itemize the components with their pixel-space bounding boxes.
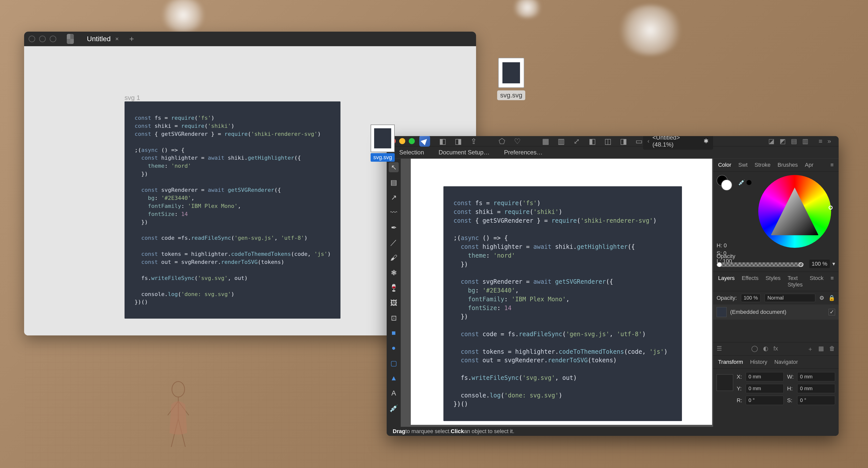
ellipse-tool-icon[interactable]: ● — [389, 343, 399, 353]
tab-transform[interactable]: Transform — [715, 357, 746, 367]
lock-icon[interactable]: 🔒 — [828, 295, 835, 301]
arrange-icon[interactable]: ◩ — [780, 137, 786, 145]
slider-end-knob[interactable] — [799, 262, 803, 267]
pen-tool-icon[interactable]: ✒ — [389, 222, 399, 232]
align-right-icon[interactable]: ◨ — [619, 137, 627, 145]
arrange-icon[interactable]: ◪ — [768, 137, 775, 145]
snap-bounds-icon[interactable]: ▥ — [557, 137, 565, 145]
anchor-selector[interactable] — [717, 374, 733, 391]
triangle-tool-icon[interactable]: ▲ — [389, 373, 399, 383]
tab-effects[interactable]: Effects — [739, 273, 762, 290]
tab-layers[interactable]: Layers — [715, 273, 738, 290]
overflow-icon[interactable]: » — [828, 137, 831, 145]
adjustment-icon[interactable]: ◐ — [763, 345, 768, 353]
crop-tool-icon[interactable]: ⊡ — [389, 313, 399, 323]
trash-icon[interactable]: 🗑 — [829, 345, 835, 353]
snap-grid-icon[interactable]: ▦ — [541, 137, 550, 145]
menu-icon[interactable]: ≡ — [818, 137, 822, 145]
tab-navigator[interactable]: Navigator — [771, 357, 801, 367]
layer-opacity-value[interactable]: 100 % — [741, 294, 761, 302]
arrange-icon[interactable]: ▤ — [791, 137, 797, 145]
dropdown-icon[interactable]: ▾ — [832, 260, 835, 267]
glass-tool-icon[interactable]: 🍷 — [389, 283, 399, 293]
code-frame[interactable]: const fs = require('fs') const shiki = r… — [125, 101, 340, 319]
eyedropper-tool-icon[interactable]: 💉 — [389, 403, 399, 413]
brush-tool-icon[interactable]: ／ — [389, 238, 399, 248]
duplicate-icon[interactable]: ▦ — [818, 345, 824, 353]
transform-icon[interactable]: ⤢ — [573, 137, 581, 145]
opacity-value[interactable]: 100 % — [809, 260, 830, 268]
tab-stroke[interactable]: Stroke — [751, 160, 774, 170]
text-tool-icon[interactable]: A — [389, 388, 399, 398]
tab-text-styles[interactable]: Text Styles — [785, 273, 806, 290]
tab-close-icon[interactable]: × — [115, 35, 119, 42]
hue-indicator[interactable] — [829, 206, 833, 210]
window-zoom-button[interactable] — [409, 138, 415, 144]
embedded-svg[interactable]: const fs = require('fs') const shiki = r… — [443, 186, 682, 421]
y-input[interactable]: 0 mm — [746, 384, 784, 393]
fill-swatch[interactable] — [721, 180, 732, 191]
tab-appearance[interactable]: Apr — [802, 160, 816, 170]
add-tab-button[interactable]: + — [124, 34, 139, 44]
chevron-left-icon[interactable]: ‹ — [648, 137, 650, 145]
rounded-rect-tool-icon[interactable]: ▢ — [389, 358, 399, 368]
opacity-slider[interactable] — [717, 262, 804, 267]
distribute-icon[interactable]: ▭ — [635, 137, 643, 145]
mask-icon[interactable]: ◯ — [751, 345, 758, 353]
artboard-tool-icon[interactable]: ▤ — [389, 177, 399, 187]
panel-menu-icon[interactable]: ≡ — [828, 273, 837, 290]
add-layer-icon[interactable]: ＋ — [807, 345, 813, 353]
desktop-file-svg[interactable]: svg.svg — [497, 58, 525, 100]
fx-icon[interactable]: fx — [773, 345, 778, 353]
polygon-icon[interactable]: ⬠ — [498, 137, 506, 145]
figma-logo-icon[interactable] — [67, 34, 74, 44]
arrange-icon[interactable]: ▥ — [802, 137, 808, 145]
window-zoom-button[interactable] — [50, 36, 56, 42]
eyedropper-icon[interactable]: 💉 — [738, 179, 745, 186]
align-center-icon[interactable]: ◫ — [604, 137, 612, 145]
align-left-icon[interactable]: ◧ — [588, 137, 596, 145]
persona-designer-icon[interactable]: ◧ — [439, 137, 447, 145]
layer-visibility-checkbox[interactable]: ✓ — [829, 309, 835, 315]
blend-mode-select[interactable]: Normal — [765, 294, 815, 302]
image-tool-icon[interactable]: 🖼 — [389, 298, 399, 308]
x-input[interactable]: 0 mm — [746, 372, 784, 381]
share-icon[interactable]: ⇪ — [470, 137, 478, 145]
window-minimize-button[interactable] — [39, 36, 46, 42]
layers-stack-icon[interactable]: ☰ — [717, 345, 722, 353]
preferences-button[interactable]: Preferences… — [501, 148, 546, 157]
document-title-pill[interactable]: ‹ <Untitled> (48.1%) ✱ — [643, 136, 713, 150]
window-close-button[interactable] — [29, 36, 35, 42]
r-input[interactable]: 0 ° — [746, 396, 784, 405]
pencil-tool-icon[interactable]: 〰 — [389, 208, 399, 217]
tab-styles[interactable]: Styles — [763, 273, 784, 290]
s-input[interactable]: 0 ° — [797, 396, 835, 405]
sampled-color[interactable] — [746, 180, 751, 185]
tab-brushes[interactable]: Brushes — [775, 160, 801, 170]
rectangle-tool-icon[interactable]: ■ — [389, 328, 399, 338]
move-tool-icon[interactable]: ↖ — [389, 162, 399, 172]
tab-stock[interactable]: Stock — [807, 273, 827, 290]
tab-history[interactable]: History — [747, 357, 770, 367]
frame-label[interactable]: svg 1 — [125, 94, 140, 102]
affinity-canvas[interactable]: const fs = require('fs') const shiki = r… — [401, 159, 713, 427]
heart-icon[interactable]: ♡ — [514, 137, 522, 145]
node-tool-icon[interactable]: ↗ — [389, 192, 399, 202]
layer-item[interactable]: (Embedded document) ✓ — [713, 305, 839, 320]
panel-menu-icon[interactable]: ≡ — [827, 160, 837, 170]
gear-icon[interactable]: ⚙ — [819, 295, 824, 301]
spray-tool-icon[interactable]: ❃ — [389, 268, 399, 278]
tab-swatches[interactable]: Swt — [736, 160, 751, 170]
document-setup-button[interactable]: Document Setup… — [435, 148, 493, 157]
color-wheel[interactable] — [758, 175, 831, 248]
window-minimize-button[interactable] — [399, 138, 405, 144]
color-panel: 💉 H: 0 S: 0 L: 100 Opacity — [713, 171, 839, 272]
w-input[interactable]: 0 mm — [797, 372, 835, 381]
tab-color[interactable]: Color — [715, 160, 735, 170]
slider-knob[interactable] — [717, 262, 722, 267]
h-input[interactable]: 0 mm — [797, 384, 835, 393]
persona-pixel-icon[interactable]: ◨ — [454, 137, 462, 145]
paint-tool-icon[interactable]: 🖌 — [389, 253, 399, 262]
figma-tab[interactable]: Untitled × — [84, 33, 121, 44]
figma-titlebar[interactable]: Untitled × + — [24, 32, 476, 46]
